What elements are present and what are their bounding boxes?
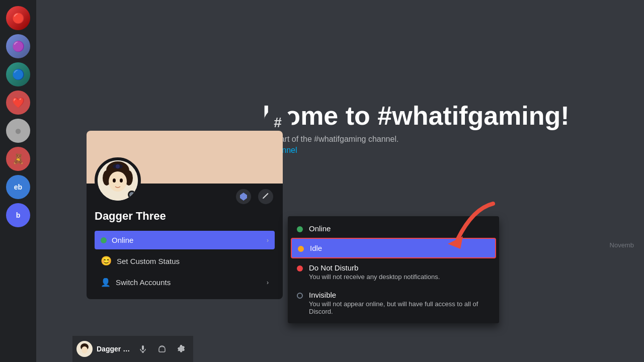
submenu-invisible-text: Invisible You will not appear online, bu… [309,291,490,315]
online-label: Online [112,236,267,244]
switch-accounts-icon: 👤 [101,278,111,287]
profile-banner [87,131,283,184]
avatar [95,157,141,204]
svg-point-9 [116,164,120,168]
submenu-idle-label: Idle [310,244,322,252]
submenu-invisible-label: Invisible [309,291,490,299]
welcome-title: lcome to #whatifgaming! [263,101,634,131]
submenu-online-text: Online [309,224,331,233]
user-bar: Dagger Th... [72,336,193,362]
switch-accounts-chevron: › [267,279,269,286]
online-chevron: › [267,237,269,244]
november-label: Novemb [610,241,634,249]
mute-button[interactable] [135,341,151,357]
submenu-dnd-label: Do Not Disturb [309,263,440,272]
submenu-online-dot [297,226,303,232]
avatar-status-indicator [128,191,136,199]
submenu-dnd-desc: You will not receive any desktop notific… [309,273,440,281]
server-label-b: b [16,211,21,219]
submenu-dnd[interactable]: Do Not Disturb You will not receive any … [291,258,496,286]
svg-rect-14 [142,345,144,350]
switch-accounts-label: Switch Accounts [116,278,267,287]
username: Dagger Three [95,210,275,223]
switch-accounts-item[interactable]: 👤 Switch Accounts › [95,273,275,292]
arrow-annotation [443,199,503,261]
submenu-idle-dot [298,246,304,252]
server-label-eb: eb [14,183,22,191]
server-icon-b[interactable]: b [6,203,30,227]
main-content: # lcome to #whatifgaming! he start of th… [36,0,644,362]
server-sidebar: 🔴 🟣 🔵 ❤️ ● 🧸 eb b [0,0,36,362]
nitro-badge [234,188,253,206]
server-icon-4[interactable]: ❤️ [6,90,30,115]
channel-link[interactable]: t Channel [263,146,634,155]
online-dot [101,237,107,243]
server-icon-5[interactable]: ● [6,119,30,143]
edit-profile-button[interactable] [257,188,275,206]
server-icon-2[interactable]: 🟣 [6,34,30,58]
custom-status-label: Set Custom Status [117,257,180,265]
submenu-idle-text: Idle [310,244,322,252]
deafen-button[interactable] [154,341,170,357]
user-bar-controls [135,341,189,357]
status-online-item[interactable]: Online › [95,231,275,249]
channel-subtitle: he start of the #whatifgaming channel. [263,135,634,144]
custom-status-icon: 😊 [101,255,112,266]
set-custom-status-item[interactable]: 😊 Set Custom Status [95,250,275,272]
svg-point-13 [82,346,88,353]
server-icon-eb[interactable]: eb [6,175,30,199]
svg-point-7 [120,178,123,183]
submenu-dnd-dot [297,265,303,272]
user-bar-name: Dagger Th... [97,345,131,353]
submenu-invisible-dot [297,293,303,299]
server-icon-3[interactable]: 🔵 [6,62,30,86]
svg-point-6 [113,178,116,183]
server-icon-1[interactable]: 🔴 [6,6,30,30]
profile-card: Dagger Three Online › 😊 Set Custom Statu… [87,131,283,299]
submenu-dnd-text: Do Not Disturb You will not receive any … [309,263,440,281]
submenu-online-label: Online [309,224,331,233]
server-icon-6[interactable]: 🧸 [6,147,30,171]
submenu-invisible[interactable]: Invisible You will not appear online, bu… [291,286,496,320]
hash-icon: # [274,115,282,131]
user-bar-avatar [76,341,93,357]
user-settings-button[interactable] [173,341,189,357]
svg-point-5 [109,171,127,192]
svg-marker-10 [448,236,463,249]
submenu-invisible-desc: You will not appear online, but will hav… [309,300,490,315]
